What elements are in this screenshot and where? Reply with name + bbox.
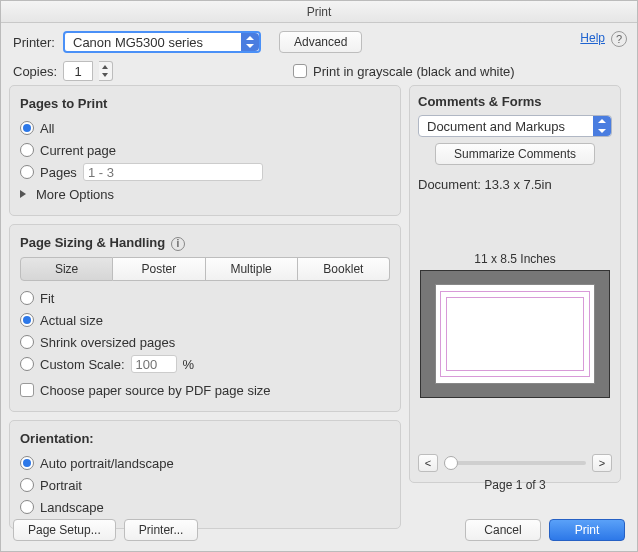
pages-all-radio[interactable] <box>20 121 34 135</box>
custom-radio[interactable] <box>20 357 34 371</box>
comments-value: Document and Markups <box>427 119 565 134</box>
info-icon[interactable]: i <box>171 237 185 251</box>
comments-select[interactable]: Document and Markups <box>418 115 612 137</box>
printer-select[interactable]: Canon MG5300 series <box>63 31 261 53</box>
fit-label: Fit <box>40 291 54 306</box>
tab-size[interactable]: Size <box>20 257 113 281</box>
tab-multiple[interactable]: Multiple <box>206 257 298 281</box>
copies-stepper[interactable] <box>99 61 113 81</box>
orient-landscape-label: Landscape <box>40 500 104 515</box>
pages-title: Pages to Print <box>20 96 390 111</box>
pages-range-input[interactable] <box>83 163 263 181</box>
copies-label: Copies: <box>13 64 57 79</box>
slider-thumb[interactable] <box>444 456 458 470</box>
preview-dimensions: 11 x 8.5 Inches <box>418 252 612 266</box>
more-options[interactable]: More Options <box>36 187 114 202</box>
printer-label: Printer: <box>13 35 57 50</box>
disclosure-triangle-icon[interactable] <box>20 190 26 198</box>
shrink-label: Shrink oversized pages <box>40 335 175 350</box>
printer-button[interactable]: Printer... <box>124 519 199 541</box>
orientation-panel: Orientation: Auto portrait/landscape Por… <box>9 420 401 529</box>
orient-portrait-radio[interactable] <box>20 478 34 492</box>
document-dimensions: Document: 13.3 x 7.5in <box>418 177 612 192</box>
summarize-button[interactable]: Summarize Comments <box>435 143 595 165</box>
orient-portrait-label: Portrait <box>40 478 82 493</box>
page-setup-button[interactable]: Page Setup... <box>13 519 116 541</box>
sizing-title: Page Sizing & Handling i <box>20 235 390 251</box>
paper-source-label: Choose paper source by PDF page size <box>40 383 271 398</box>
window-title: Print <box>1 1 637 23</box>
page-indicator: Page 1 of 3 <box>418 478 612 492</box>
pages-current-radio[interactable] <box>20 143 34 157</box>
help-link[interactable]: Help <box>580 31 605 45</box>
orientation-title: Orientation: <box>20 431 390 446</box>
cancel-button[interactable]: Cancel <box>465 519 541 541</box>
fit-radio[interactable] <box>20 291 34 305</box>
copies-input[interactable] <box>63 61 93 81</box>
comments-title: Comments & Forms <box>418 94 612 109</box>
orient-auto-label: Auto portrait/landscape <box>40 456 174 471</box>
grayscale-checkbox[interactable] <box>293 64 307 78</box>
chevron-updown-icon <box>241 33 259 51</box>
custom-scale-input[interactable] <box>131 355 177 373</box>
pages-all-label: All <box>40 121 54 136</box>
pages-current-label: Current page <box>40 143 116 158</box>
custom-suffix: % <box>183 357 195 372</box>
pages-to-print-panel: Pages to Print All Current page Pages Mo… <box>9 85 401 216</box>
paper-source-checkbox[interactable] <box>20 383 34 397</box>
orient-auto-radio[interactable] <box>20 456 34 470</box>
shrink-radio[interactable] <box>20 335 34 349</box>
chevron-updown-icon <box>593 116 611 136</box>
comments-panel: Comments & Forms Document and Markups Su… <box>409 85 621 483</box>
next-page-button[interactable]: > <box>592 454 612 472</box>
printer-value: Canon MG5300 series <box>73 35 203 50</box>
grayscale-label: Print in grayscale (black and white) <box>313 64 515 79</box>
pages-range-radio[interactable] <box>20 165 34 179</box>
print-button[interactable]: Print <box>549 519 625 541</box>
orient-landscape-radio[interactable] <box>20 500 34 514</box>
actual-radio[interactable] <box>20 313 34 327</box>
help-icon[interactable]: ? <box>611 31 627 47</box>
preview-page-icon <box>435 284 595 385</box>
pages-range-label: Pages <box>40 165 77 180</box>
prev-page-button[interactable]: < <box>418 454 438 472</box>
custom-label: Custom Scale: <box>40 357 125 372</box>
advanced-button[interactable]: Advanced <box>279 31 362 53</box>
tab-booklet[interactable]: Booklet <box>298 257 390 281</box>
actual-label: Actual size <box>40 313 103 328</box>
page-slider[interactable] <box>444 461 586 465</box>
page-preview <box>420 270 610 398</box>
sizing-tabs: Size Poster Multiple Booklet <box>20 257 390 281</box>
sizing-panel: Page Sizing & Handling i Size Poster Mul… <box>9 224 401 412</box>
tab-poster[interactable]: Poster <box>113 257 205 281</box>
